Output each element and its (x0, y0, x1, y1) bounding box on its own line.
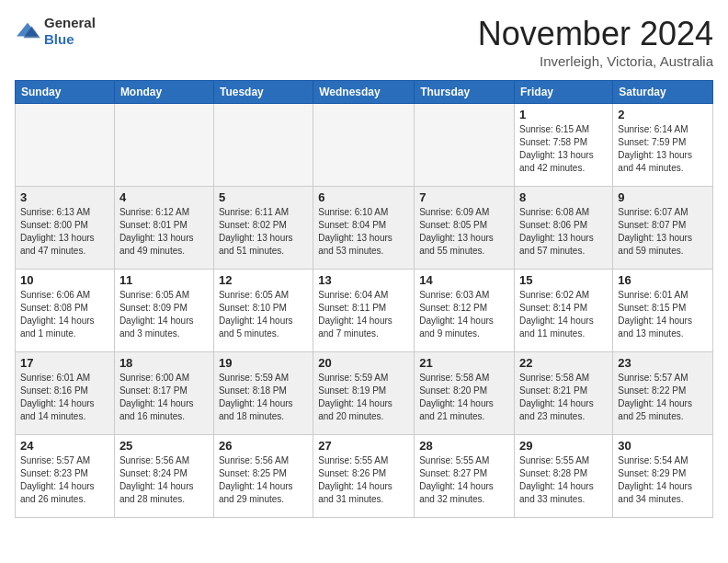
day-info: Sunrise: 6:01 AM Sunset: 8:16 PM Dayligh… (20, 372, 109, 423)
day-number: 15 (519, 273, 608, 287)
logo-general: General (44, 15, 96, 30)
day-number: 9 (618, 190, 708, 204)
day-info: Sunrise: 5:56 AM Sunset: 8:25 PM Dayligh… (219, 454, 308, 506)
day-info: Sunrise: 6:05 AM Sunset: 8:09 PM Dayligh… (119, 289, 209, 340)
table-row: 24Sunrise: 5:57 AM Sunset: 8:23 PM Dayli… (16, 435, 115, 518)
day-info: Sunrise: 5:55 AM Sunset: 8:26 PM Dayligh… (318, 454, 409, 506)
day-number: 25 (119, 439, 209, 453)
table-row: 14Sunrise: 6:03 AM Sunset: 8:12 PM Dayli… (415, 270, 515, 352)
table-row: 18Sunrise: 6:00 AM Sunset: 8:17 PM Dayli… (114, 352, 213, 435)
location-title: Inverleigh, Victoria, Australia (478, 53, 713, 69)
table-row: 7Sunrise: 6:09 AM Sunset: 8:05 PM Daylig… (415, 187, 515, 270)
day-number: 30 (618, 439, 708, 453)
day-number: 10 (20, 273, 109, 287)
day-number: 2 (618, 108, 708, 121)
day-info: Sunrise: 6:01 AM Sunset: 8:15 PM Dayligh… (618, 289, 708, 340)
day-info: Sunrise: 5:54 AM Sunset: 8:29 PM Dayligh… (618, 454, 708, 506)
header-thursday: Thursday (415, 81, 515, 104)
logo: General Blue (15, 15, 96, 48)
table-row: 20Sunrise: 5:59 AM Sunset: 8:19 PM Dayli… (313, 352, 415, 435)
table-row: 11Sunrise: 6:05 AM Sunset: 8:09 PM Dayli… (114, 270, 213, 352)
day-info: Sunrise: 6:05 AM Sunset: 8:10 PM Dayligh… (219, 289, 308, 340)
calendar-header: Sunday Monday Tuesday Wednesday Thursday… (16, 81, 713, 104)
day-number: 17 (20, 356, 109, 370)
day-info: Sunrise: 5:59 AM Sunset: 8:19 PM Dayligh… (318, 372, 409, 423)
day-info: Sunrise: 6:06 AM Sunset: 8:08 PM Dayligh… (20, 289, 109, 340)
title-area: November 2024 Inverleigh, Victoria, Aust… (478, 15, 713, 69)
day-info: Sunrise: 5:55 AM Sunset: 8:28 PM Dayligh… (519, 454, 608, 506)
table-row: 12Sunrise: 6:05 AM Sunset: 8:10 PM Dayli… (213, 270, 313, 352)
table-row: 4Sunrise: 6:12 AM Sunset: 8:01 PM Daylig… (114, 187, 213, 270)
day-number: 12 (219, 273, 308, 287)
table-row: 8Sunrise: 6:08 AM Sunset: 8:06 PM Daylig… (515, 187, 613, 270)
table-row: 1Sunrise: 6:15 AM Sunset: 7:58 PM Daylig… (515, 104, 613, 187)
header-tuesday: Tuesday (213, 81, 313, 104)
header-row: Sunday Monday Tuesday Wednesday Thursday… (16, 81, 713, 104)
day-info: Sunrise: 6:03 AM Sunset: 8:12 PM Dayligh… (419, 289, 509, 340)
day-info: Sunrise: 6:11 AM Sunset: 8:02 PM Dayligh… (219, 206, 308, 258)
day-number: 13 (318, 273, 409, 287)
day-number: 29 (519, 439, 608, 453)
day-info: Sunrise: 5:57 AM Sunset: 8:22 PM Dayligh… (618, 372, 708, 423)
day-number: 23 (618, 356, 708, 370)
logo-text: General Blue (44, 15, 96, 48)
table-row (16, 104, 115, 187)
calendar-row: 24Sunrise: 5:57 AM Sunset: 8:23 PM Dayli… (16, 435, 713, 518)
table-row: 22Sunrise: 5:58 AM Sunset: 8:21 PM Dayli… (515, 352, 613, 435)
calendar-row: 10Sunrise: 6:06 AM Sunset: 8:08 PM Dayli… (16, 270, 713, 352)
day-number: 21 (419, 356, 509, 370)
logo-icon (15, 21, 40, 41)
day-number: 16 (618, 273, 708, 287)
day-number: 7 (419, 190, 509, 204)
table-row: 27Sunrise: 5:55 AM Sunset: 8:26 PM Dayli… (313, 435, 415, 518)
day-info: Sunrise: 5:55 AM Sunset: 8:27 PM Dayligh… (419, 454, 509, 506)
day-number: 6 (318, 190, 409, 204)
table-row: 19Sunrise: 5:59 AM Sunset: 8:18 PM Dayli… (213, 352, 313, 435)
table-row: 26Sunrise: 5:56 AM Sunset: 8:25 PM Dayli… (213, 435, 313, 518)
month-title: November 2024 (478, 15, 713, 53)
calendar-body: 1Sunrise: 6:15 AM Sunset: 7:58 PM Daylig… (16, 104, 713, 518)
day-info: Sunrise: 6:09 AM Sunset: 8:05 PM Dayligh… (419, 206, 509, 258)
table-row: 25Sunrise: 5:56 AM Sunset: 8:24 PM Dayli… (114, 435, 213, 518)
day-info: Sunrise: 5:57 AM Sunset: 8:23 PM Dayligh… (20, 454, 109, 506)
day-info: Sunrise: 6:02 AM Sunset: 8:14 PM Dayligh… (519, 289, 608, 340)
calendar-table: Sunday Monday Tuesday Wednesday Thursday… (15, 80, 713, 518)
logo-blue: Blue (44, 31, 74, 47)
day-info: Sunrise: 6:00 AM Sunset: 8:17 PM Dayligh… (119, 372, 209, 423)
table-row: 10Sunrise: 6:06 AM Sunset: 8:08 PM Dayli… (16, 270, 115, 352)
calendar-row: 1Sunrise: 6:15 AM Sunset: 7:58 PM Daylig… (16, 104, 713, 187)
day-info: Sunrise: 6:13 AM Sunset: 8:00 PM Dayligh… (20, 206, 109, 258)
header-saturday: Saturday (613, 81, 713, 104)
table-row: 6Sunrise: 6:10 AM Sunset: 8:04 PM Daylig… (313, 187, 415, 270)
day-number: 11 (119, 273, 209, 287)
table-row (114, 104, 213, 187)
table-row: 13Sunrise: 6:04 AM Sunset: 8:11 PM Dayli… (313, 270, 415, 352)
day-number: 1 (519, 108, 608, 121)
day-info: Sunrise: 6:15 AM Sunset: 7:58 PM Dayligh… (519, 123, 608, 175)
table-row: 28Sunrise: 5:55 AM Sunset: 8:27 PM Dayli… (415, 435, 515, 518)
day-number: 20 (318, 356, 409, 370)
day-info: Sunrise: 6:10 AM Sunset: 8:04 PM Dayligh… (318, 206, 409, 258)
header: General Blue November 2024 Inverleigh, V… (15, 15, 713, 69)
day-info: Sunrise: 6:07 AM Sunset: 8:07 PM Dayligh… (618, 206, 708, 258)
day-info: Sunrise: 5:56 AM Sunset: 8:24 PM Dayligh… (119, 454, 209, 506)
header-friday: Friday (515, 81, 613, 104)
day-info: Sunrise: 5:58 AM Sunset: 8:21 PM Dayligh… (519, 372, 608, 423)
day-number: 28 (419, 439, 509, 453)
table-row: 2Sunrise: 6:14 AM Sunset: 7:59 PM Daylig… (613, 104, 713, 187)
day-number: 14 (419, 273, 509, 287)
table-row (313, 104, 415, 187)
day-info: Sunrise: 5:59 AM Sunset: 8:18 PM Dayligh… (219, 372, 308, 423)
table-row: 30Sunrise: 5:54 AM Sunset: 8:29 PM Dayli… (613, 435, 713, 518)
day-number: 18 (119, 356, 209, 370)
header-sunday: Sunday (16, 81, 115, 104)
day-info: Sunrise: 6:08 AM Sunset: 8:06 PM Dayligh… (519, 206, 608, 258)
day-info: Sunrise: 5:58 AM Sunset: 8:20 PM Dayligh… (419, 372, 509, 423)
day-number: 8 (519, 190, 608, 204)
table-row: 3Sunrise: 6:13 AM Sunset: 8:00 PM Daylig… (16, 187, 115, 270)
table-row: 9Sunrise: 6:07 AM Sunset: 8:07 PM Daylig… (613, 187, 713, 270)
table-row: 21Sunrise: 5:58 AM Sunset: 8:20 PM Dayli… (415, 352, 515, 435)
day-number: 27 (318, 439, 409, 453)
day-number: 5 (219, 190, 308, 204)
table-row: 15Sunrise: 6:02 AM Sunset: 8:14 PM Dayli… (515, 270, 613, 352)
